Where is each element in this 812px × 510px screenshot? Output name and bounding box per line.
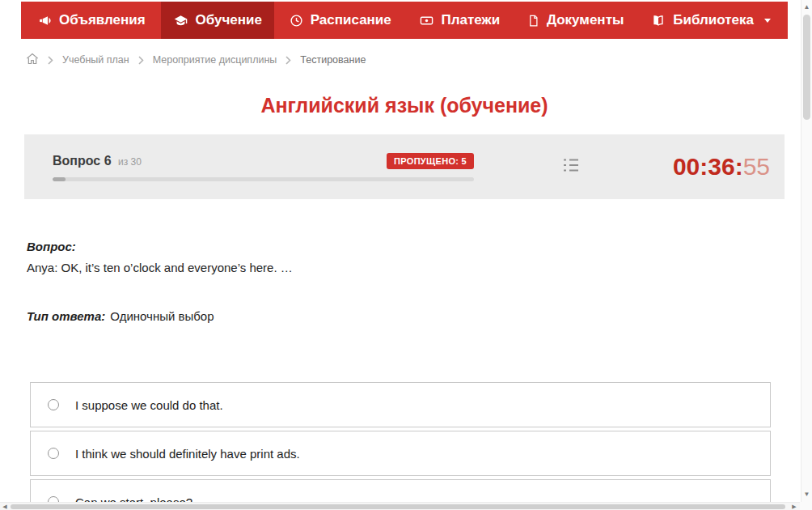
nav-item-label: Обучение xyxy=(196,12,262,28)
page-title: Английский язык (обучение) xyxy=(21,94,788,117)
answer-type-label: Тип ответа: xyxy=(27,309,105,323)
top-navbar: Объявления Обучение Расписание Платежи Д… xyxy=(21,2,788,39)
quiz-progress-area: Вопрос 6 из 30 ПРОПУЩЕНО: 5 xyxy=(53,153,474,181)
nav-item-label: Документы xyxy=(547,12,624,28)
question-text: Anya: OK, it’s ten o’clock and everyone’… xyxy=(27,261,788,274)
quiz-status-card: Вопрос 6 из 30 ПРОПУЩЕНО: 5 00:36:55 xyxy=(24,134,785,199)
nav-item-training[interactable]: Обучение xyxy=(161,2,274,39)
answer-label: I think we should definitely have print … xyxy=(75,447,300,461)
answer-option-1[interactable]: I suppose we could do that. xyxy=(30,382,771,427)
scroll-up-arrow-icon[interactable]: ▲ xyxy=(801,0,812,13)
answer-option-2[interactable]: I think we should definitely have print … xyxy=(30,431,771,476)
chevron-right-icon xyxy=(285,56,291,65)
answers-list: I suppose we could do that. I think we s… xyxy=(21,382,771,510)
horizontal-scrollbar[interactable]: ◀ ▶ xyxy=(0,502,812,510)
clock-icon xyxy=(290,14,303,28)
radio-button[interactable] xyxy=(48,399,59,410)
chevron-down-icon xyxy=(764,19,771,23)
question-label: Вопрос: xyxy=(27,240,788,253)
answer-label: I suppose we could do that. xyxy=(75,398,223,412)
nav-item-label: Платежи xyxy=(442,12,501,28)
home-icon[interactable] xyxy=(26,53,39,67)
question-list-button[interactable] xyxy=(474,155,666,179)
nav-item-label: Библиотека xyxy=(673,12,754,28)
breadcrumb-testing: Тестирование xyxy=(300,54,366,66)
vertical-scrollbar-thumb[interactable] xyxy=(803,15,810,120)
megaphone-icon xyxy=(38,14,52,28)
breadcrumb-curriculum[interactable]: Учебный план xyxy=(62,54,129,66)
breadcrumb: Учебный план Мероприятие дисциплины Тест… xyxy=(21,53,788,67)
nav-item-documents[interactable]: Документы xyxy=(515,2,636,39)
answer-type-row: Тип ответа:Одиночный выбор xyxy=(27,309,788,323)
breadcrumb-discipline-event[interactable]: Мероприятие дисциплины xyxy=(153,54,277,66)
radio-button[interactable] xyxy=(48,448,59,459)
nav-item-label: Объявления xyxy=(59,12,146,28)
chevron-right-icon xyxy=(138,56,144,65)
question-block: Вопрос: Anya: OK, it’s ten o’clock and e… xyxy=(21,240,788,323)
nav-item-schedule[interactable]: Расписание xyxy=(277,2,404,39)
nav-item-announcements[interactable]: Объявления xyxy=(26,2,158,39)
question-counter: Вопрос 6 из 30 xyxy=(53,154,142,168)
quiz-progress-bar xyxy=(53,177,474,181)
horizontal-scrollbar-thumb[interactable] xyxy=(11,504,785,509)
nav-item-label: Расписание xyxy=(311,12,391,28)
question-number: Вопрос 6 xyxy=(53,154,112,168)
vertical-scrollbar[interactable]: ▲ ▼ xyxy=(801,0,812,502)
question-list-icon xyxy=(560,155,582,179)
scroll-down-arrow-icon[interactable]: ▼ xyxy=(801,487,812,500)
quiz-timer: 00:36:55 xyxy=(666,153,770,181)
answer-type-value: Одиночный выбор xyxy=(110,309,214,323)
timer-seconds: 55 xyxy=(743,153,770,180)
timer-main: 00:36: xyxy=(673,153,743,180)
scrollbar-corner xyxy=(800,502,812,510)
quiz-progress-fill xyxy=(53,177,66,181)
banknote-icon xyxy=(419,14,434,28)
graduation-cap-icon xyxy=(173,14,188,28)
nav-item-payments[interactable]: Платежи xyxy=(407,2,513,39)
skipped-badge: ПРОПУЩЕНО: 5 xyxy=(387,153,474,169)
question-total: из 30 xyxy=(118,156,142,168)
chevron-right-icon xyxy=(48,56,53,65)
nav-item-library[interactable]: Библиотека xyxy=(639,2,783,39)
scroll-right-arrow-icon[interactable]: ▶ xyxy=(789,503,799,510)
book-icon xyxy=(651,14,666,28)
main-content: Объявления Обучение Расписание Платежи Д… xyxy=(21,0,788,510)
document-icon xyxy=(527,14,539,28)
scroll-left-arrow-icon[interactable]: ◀ xyxy=(0,503,10,510)
